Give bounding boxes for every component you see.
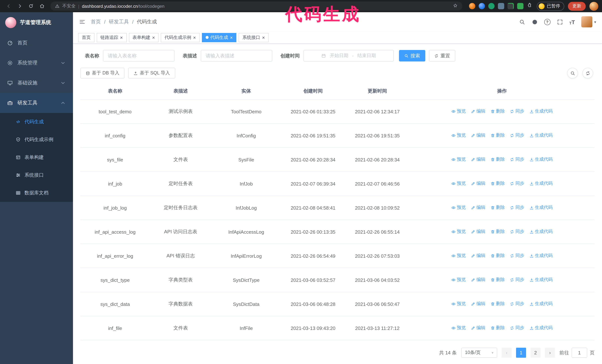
- sidebar-item-system[interactable]: 系统管理: [0, 53, 73, 73]
- close-icon[interactable]: ×: [262, 35, 265, 40]
- preview-link[interactable]: 预览: [452, 277, 466, 283]
- refresh-table-button[interactable]: [582, 68, 593, 79]
- sync-link[interactable]: 同步: [510, 301, 524, 307]
- edit-link[interactable]: 编辑: [471, 325, 485, 331]
- github-icon[interactable]: [531, 19, 538, 25]
- preview-link[interactable]: 预览: [452, 156, 466, 163]
- sync-link[interactable]: 同步: [510, 325, 524, 331]
- edit-link[interactable]: 编辑: [471, 180, 485, 187]
- fullscreen-icon[interactable]: [557, 19, 563, 25]
- home-icon[interactable]: [37, 1, 47, 11]
- delete-link[interactable]: 删除: [490, 180, 505, 187]
- preview-link[interactable]: 预览: [452, 205, 466, 211]
- preview-link[interactable]: 预览: [452, 253, 466, 259]
- submenu-item-api[interactable]: 系统接口: [0, 166, 73, 184]
- tab-codegen-example[interactable]: 代码生成示例×: [161, 33, 200, 42]
- generate-code-link[interactable]: 生成代码: [529, 301, 553, 307]
- reload-icon[interactable]: [26, 1, 36, 11]
- generate-code-link[interactable]: 生成代码: [529, 253, 553, 259]
- preview-link[interactable]: 预览: [452, 132, 466, 139]
- sync-link[interactable]: 同步: [510, 156, 524, 163]
- sync-link[interactable]: 同步: [510, 108, 524, 114]
- delete-link[interactable]: 删除: [490, 301, 505, 307]
- preview-link[interactable]: 预览: [452, 108, 466, 114]
- font-size-icon[interactable]: TT: [569, 19, 575, 25]
- breadcrumb-item-devtools[interactable]: 研发工具: [109, 19, 129, 25]
- page-button-2[interactable]: 2: [530, 348, 540, 358]
- close-icon[interactable]: ×: [230, 35, 233, 40]
- sync-link[interactable]: 同步: [510, 277, 524, 283]
- sidebar-toggle-icon[interactable]: [79, 19, 86, 25]
- forward-icon[interactable]: [15, 1, 24, 11]
- edit-link[interactable]: 编辑: [471, 205, 485, 211]
- sync-link[interactable]: 同步: [510, 253, 524, 259]
- delete-link[interactable]: 删除: [490, 156, 505, 163]
- breadcrumb-item-home[interactable]: 首页: [91, 19, 101, 25]
- address-bar[interactable]: 不安全 | dashboard.yudao.iocoder.cn/tool/co…: [50, 1, 462, 11]
- generate-code-link[interactable]: 生成代码: [529, 205, 553, 211]
- generate-code-link[interactable]: 生成代码: [529, 229, 553, 235]
- edit-link[interactable]: 编辑: [471, 132, 485, 139]
- extension-icon[interactable]: [488, 3, 494, 9]
- preview-link[interactable]: 预览: [452, 180, 466, 187]
- import-db-button[interactable]: 基于 DB 导入: [80, 68, 125, 79]
- edit-link[interactable]: 编辑: [471, 301, 485, 307]
- extension-icon[interactable]: [507, 3, 514, 9]
- extension-icon[interactable]: [479, 3, 485, 9]
- submenu-item-codegen[interactable]: 代码生成: [0, 113, 73, 131]
- search-button[interactable]: 搜索: [399, 50, 425, 62]
- import-sql-button[interactable]: 基于 SQL 导入: [128, 68, 175, 79]
- extensions-puzzle-icon[interactable]: [527, 3, 532, 10]
- table-name-input[interactable]: [103, 50, 174, 62]
- delete-link[interactable]: 删除: [490, 253, 505, 259]
- reset-button[interactable]: 重置: [429, 50, 455, 62]
- sidebar-item-infra[interactable]: 基础设施: [0, 73, 73, 93]
- next-page-button[interactable]: ›: [545, 348, 555, 358]
- edit-link[interactable]: 编辑: [471, 229, 485, 235]
- sync-link[interactable]: 同步: [510, 180, 524, 187]
- toggle-search-button[interactable]: [567, 68, 578, 79]
- close-icon[interactable]: ×: [152, 35, 155, 40]
- browser-update-button[interactable]: 更新: [568, 2, 586, 10]
- close-icon[interactable]: ×: [120, 35, 123, 40]
- sync-link[interactable]: 同步: [510, 132, 524, 139]
- extension-icon[interactable]: [498, 3, 504, 9]
- paused-badge[interactable]: 已暂停: [537, 2, 564, 10]
- close-icon[interactable]: ×: [193, 35, 196, 40]
- date-range-picker[interactable]: 开始日期 - 结束日期: [303, 50, 394, 62]
- page-size-select[interactable]: 10条/页 ▾: [461, 348, 497, 358]
- delete-link[interactable]: 删除: [490, 229, 505, 235]
- tab-form-builder[interactable]: 表单构建×: [129, 33, 159, 42]
- submenu-item-form-builder[interactable]: 表单构建: [0, 148, 73, 166]
- edit-link[interactable]: 编辑: [471, 253, 485, 259]
- prev-page-button[interactable]: ‹: [502, 348, 512, 358]
- preview-link[interactable]: 预览: [452, 229, 466, 235]
- goto-page-input[interactable]: [572, 348, 587, 358]
- extension-icon[interactable]: [517, 3, 524, 9]
- bookmark-star-icon[interactable]: [453, 3, 458, 9]
- page-button-1[interactable]: 1: [516, 348, 526, 358]
- search-icon[interactable]: [519, 19, 525, 25]
- edit-link[interactable]: 编辑: [471, 108, 485, 114]
- generate-code-link[interactable]: 生成代码: [529, 277, 553, 283]
- delete-link[interactable]: 删除: [490, 108, 505, 114]
- generate-code-link[interactable]: 生成代码: [529, 156, 553, 163]
- tab-codegen[interactable]: 代码生成×: [202, 33, 236, 42]
- delete-link[interactable]: 删除: [490, 205, 505, 211]
- sidebar-item-home[interactable]: 首页: [0, 33, 73, 53]
- delete-link[interactable]: 删除: [490, 132, 505, 139]
- extension-icon[interactable]: [469, 3, 475, 9]
- browser-profile-avatar[interactable]: [589, 2, 598, 10]
- back-icon[interactable]: [4, 1, 13, 11]
- tab-trace[interactable]: 链路追踪×: [97, 33, 127, 42]
- submenu-item-codegen-example[interactable]: 代码生成示例: [0, 131, 73, 148]
- delete-link[interactable]: 删除: [490, 277, 505, 283]
- preview-link[interactable]: 预览: [452, 301, 466, 307]
- tab-api[interactable]: 系统接口×: [239, 33, 269, 42]
- table-desc-input[interactable]: [201, 50, 272, 62]
- tab-home[interactable]: 首页: [78, 33, 95, 42]
- generate-code-link[interactable]: 生成代码: [529, 325, 553, 331]
- sync-link[interactable]: 同步: [510, 229, 524, 235]
- edit-link[interactable]: 编辑: [471, 156, 485, 163]
- generate-code-link[interactable]: 生成代码: [529, 180, 553, 187]
